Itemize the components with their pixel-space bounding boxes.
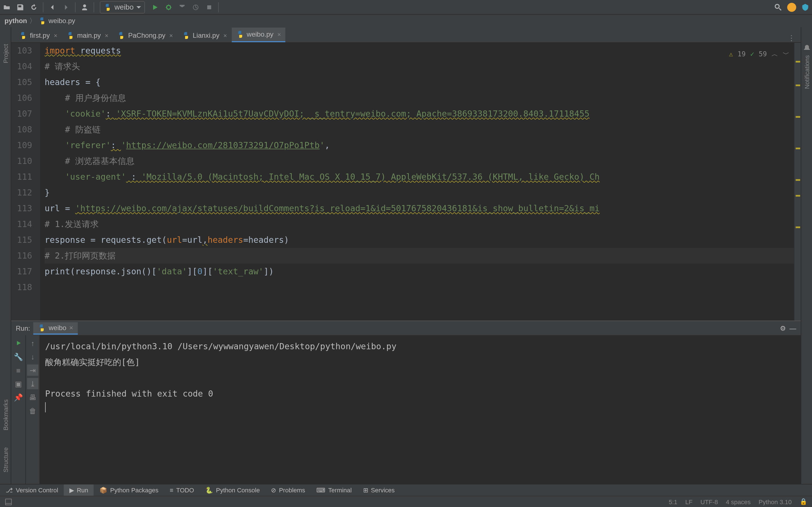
project-tool[interactable]: Project	[2, 44, 9, 63]
warning-count: 19	[738, 46, 746, 62]
run-side-toolbar2: ↑ ↓ ⇥ ⤓ 🖶 🗑	[26, 335, 40, 484]
bottom-tab[interactable]: 🐍Python Console	[200, 485, 265, 496]
rerun-icon[interactable]	[13, 337, 24, 349]
run-tool-window: Run: weibo × ⚙ — 🔧 ■ ▣ 📌	[11, 321, 801, 484]
close-icon[interactable]: ×	[54, 32, 57, 39]
up-icon[interactable]: ↑	[27, 337, 38, 349]
down-icon[interactable]: ↓	[27, 351, 38, 362]
run-header: Run: weibo × ⚙ —	[11, 321, 801, 335]
lock-icon[interactable]: 🔒	[800, 498, 808, 505]
bottom-tab[interactable]: ▶Run	[64, 485, 94, 496]
bottom-tab[interactable]: ⊘Problems	[265, 485, 311, 496]
inspection-widget[interactable]: ⚠19 ✓59 ︿ ﹀	[729, 46, 790, 62]
profile-icon[interactable]	[189, 0, 202, 14]
run-label: Run:	[16, 324, 30, 332]
svg-point-3	[775, 4, 779, 8]
editor-area: first.py×main.py×PaChong.py×Lianxi.py×we…	[11, 27, 801, 484]
editor-tabs: first.py×main.py×PaChong.py×Lianxi.py×we…	[11, 27, 801, 43]
structure-tool[interactable]: Structure	[2, 448, 9, 473]
check-icon: ✓	[750, 46, 754, 62]
editor-tab[interactable]: weibo.py×	[232, 27, 286, 42]
run-button[interactable]	[148, 0, 162, 14]
indent-setting[interactable]: 4 spaces	[726, 498, 751, 505]
svg-rect-2	[207, 5, 211, 9]
debug-button[interactable]	[162, 0, 175, 14]
print-icon[interactable]: 🖶	[27, 392, 38, 403]
pin-icon[interactable]: 📌	[13, 392, 24, 403]
stop-icon[interactable]: ■	[13, 364, 24, 376]
bottom-tab[interactable]: ≡TODO	[164, 485, 200, 496]
console-output[interactable]: /usr/local/bin/python3.10 /Users/wywwang…	[40, 335, 801, 484]
python-file-icon	[38, 17, 46, 25]
breadcrumb: python 〉 weibo.py	[0, 15, 812, 27]
python-file-icon	[38, 324, 46, 332]
breadcrumb-root[interactable]: python	[4, 17, 27, 25]
close-icon[interactable]: ×	[223, 32, 227, 39]
main-area: Project Bookmarks Structure first.py×mai…	[0, 27, 812, 484]
scroll-icon[interactable]: ⤓	[27, 378, 38, 389]
next-icon[interactable]: ﹀	[783, 46, 790, 62]
bottom-tool-bar: ⎇Version Control▶Run📦Python Packages≡TOD…	[0, 484, 812, 496]
tab-more-icon[interactable]: ⋮	[782, 34, 801, 42]
close-icon[interactable]: ×	[69, 324, 73, 332]
python-interpreter[interactable]: Python 3.10	[759, 498, 792, 505]
error-stripe[interactable]	[794, 43, 801, 321]
line-separator[interactable]: LF	[685, 498, 693, 505]
gear-icon[interactable]: ⚙	[780, 324, 786, 332]
notifications-tool[interactable]: Notifications	[803, 55, 810, 89]
run-configuration-selector[interactable]: weibo	[100, 1, 145, 13]
code-editor[interactable]: 1031041051061071081091101111121131141151…	[11, 43, 801, 321]
minimize-icon[interactable]: —	[790, 324, 796, 332]
main-toolbar: weibo	[0, 0, 812, 15]
editor-tab[interactable]: Lianxi.py×	[177, 29, 232, 42]
bookmarks-tool[interactable]: Bookmarks	[2, 400, 9, 431]
stop-button[interactable]	[202, 0, 216, 14]
reload-icon[interactable]	[27, 0, 41, 14]
caret-position[interactable]: 5:1	[669, 498, 677, 505]
wrench-icon[interactable]: 🔧	[13, 351, 24, 362]
line-gutter: 1031041051061071081091101111121131141151…	[11, 43, 40, 321]
tool-windows-icon[interactable]	[4, 498, 12, 506]
breadcrumb-file[interactable]: weibo.py	[49, 17, 75, 25]
close-icon[interactable]: ×	[105, 32, 109, 39]
trash-icon[interactable]: 🗑	[27, 405, 38, 416]
bottom-tab[interactable]: ⎇Version Control	[0, 485, 64, 496]
bell-icon[interactable]	[803, 44, 811, 52]
update-indicator[interactable]	[785, 0, 799, 14]
breadcrumb-sep: 〉	[29, 16, 36, 25]
bottom-tab[interactable]: 📦Python Packages	[94, 485, 164, 496]
forward-icon[interactable]	[59, 0, 73, 14]
open-icon[interactable]	[0, 0, 13, 14]
bottom-tab[interactable]: ⌨Terminal	[311, 485, 357, 496]
layout-icon[interactable]: ▣	[13, 378, 24, 389]
status-bar: 5:1 LF UTF-8 4 spaces Python 3.10 🔒	[0, 496, 812, 507]
editor-tab[interactable]: first.py×	[15, 29, 62, 42]
close-icon[interactable]: ×	[277, 31, 281, 38]
svg-point-0	[167, 5, 170, 9]
ide-badge[interactable]	[799, 0, 812, 14]
warning-icon: ⚠	[729, 46, 733, 62]
save-icon[interactable]	[13, 0, 27, 14]
right-tool-strip: Notifications	[801, 27, 812, 484]
code-content[interactable]: import requests# 请求头headers = { # 用户身份信息…	[40, 43, 794, 321]
passed-count: 59	[759, 46, 767, 62]
svg-rect-4	[6, 499, 11, 505]
prev-icon[interactable]: ︿	[771, 46, 778, 62]
close-icon[interactable]: ×	[169, 32, 173, 39]
user-icon[interactable]	[78, 0, 91, 14]
chevron-down-icon	[137, 5, 141, 9]
search-icon[interactable]	[771, 0, 785, 14]
file-encoding[interactable]: UTF-8	[700, 498, 718, 505]
left-tool-strip: Project Bookmarks Structure	[0, 27, 11, 484]
coverage-icon[interactable]	[175, 0, 189, 14]
back-icon[interactable]	[46, 0, 59, 14]
editor-tab[interactable]: PaChong.py×	[113, 29, 177, 42]
editor-tab[interactable]: main.py×	[62, 29, 113, 42]
soft-wrap-icon[interactable]: ⇥	[27, 364, 38, 376]
bottom-tab[interactable]: ⊞Services	[357, 485, 400, 496]
run-tab-label[interactable]: weibo	[49, 324, 66, 332]
run-config-label: weibo	[114, 3, 134, 11]
run-side-toolbar: 🔧 ■ ▣ 📌	[11, 335, 26, 484]
